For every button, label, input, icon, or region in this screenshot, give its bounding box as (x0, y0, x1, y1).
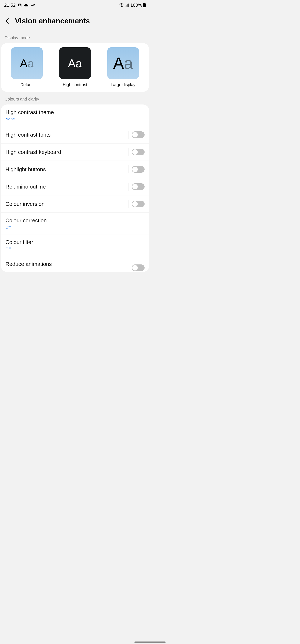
row-highlight-buttons[interactable]: Highlight buttons (1, 161, 149, 178)
row-title: High contrast keyboard (5, 149, 61, 155)
toggle-high-contrast-keyboard[interactable] (132, 149, 145, 155)
section-header-colours: Colours and clarity (0, 92, 150, 104)
status-left: 21:52 (4, 2, 35, 8)
back-button[interactable] (4, 18, 10, 24)
chevron-left-icon (5, 18, 9, 24)
svg-point-1 (19, 4, 19, 5)
mode-tile-large: Aa (107, 47, 139, 79)
wifi-icon (119, 3, 124, 7)
toggle-relumino-outline[interactable] (132, 183, 145, 190)
row-subtitle: Off (5, 225, 47, 230)
row-title: Highlight buttons (5, 166, 46, 173)
display-mode-options: Aa Default Aa High contrast Aa Large dis… (1, 43, 149, 92)
signal-icon (125, 3, 129, 7)
page-title: Vision enhancements (15, 17, 90, 25)
row-title: Colour inversion (5, 201, 44, 207)
mode-tile-high-contrast: Aa (59, 47, 91, 79)
row-high-contrast-keyboard[interactable]: High contrast keyboard (1, 144, 149, 161)
trend-icon (31, 3, 35, 7)
row-subtitle: Off (5, 247, 33, 251)
row-title: High contrast theme (5, 109, 54, 116)
battery-text: 100% (130, 2, 142, 8)
svg-rect-8 (143, 3, 146, 7)
mode-label: Default (20, 82, 33, 87)
toggle-highlight-buttons[interactable] (132, 166, 145, 173)
row-high-contrast-fonts[interactable]: High contrast fonts (1, 126, 149, 144)
mode-high-contrast[interactable]: Aa High contrast (59, 47, 91, 87)
svg-rect-5 (127, 4, 127, 7)
row-title: Relumino outline (5, 184, 46, 190)
svg-rect-4 (126, 5, 126, 7)
row-title: Reduce animations (5, 261, 52, 267)
gallery-icon (18, 3, 22, 7)
mode-tile-default: Aa (11, 47, 43, 79)
row-colour-correction[interactable]: Colour correction Off (1, 213, 149, 234)
row-subtitle: None (5, 117, 54, 122)
row-colour-inversion[interactable]: Colour inversion (1, 196, 149, 213)
page-header: Vision enhancements (0, 10, 150, 33)
toggle-reduce-animations[interactable] (132, 264, 145, 271)
mode-default[interactable]: Aa Default (11, 47, 43, 87)
toggle-high-contrast-fonts[interactable] (132, 132, 145, 138)
svg-rect-3 (125, 6, 125, 7)
battery-icon (143, 3, 146, 8)
status-bar: 21:52 100% (0, 0, 150, 10)
colours-card: High contrast theme None High contrast f… (1, 104, 149, 272)
row-colour-filter[interactable]: Colour filter Off (1, 234, 149, 256)
row-relumino-outline[interactable]: Relumino outline (1, 178, 149, 196)
status-time: 21:52 (4, 2, 16, 8)
mode-large-display[interactable]: Aa Large display (107, 47, 139, 87)
row-title: High contrast fonts (5, 132, 51, 138)
display-mode-card: Aa Default Aa High contrast Aa Large dis… (1, 43, 149, 92)
status-right: 100% (119, 2, 146, 8)
row-title: Colour correction (5, 217, 47, 224)
row-reduce-animations[interactable]: Reduce animations (1, 256, 149, 272)
mode-label: High contrast (63, 82, 87, 87)
svg-point-2 (121, 6, 122, 7)
section-header-display-mode: Display mode (0, 33, 150, 43)
row-title: Colour filter (5, 239, 33, 246)
cloud-icon (24, 3, 28, 7)
toggle-colour-inversion[interactable] (132, 200, 145, 207)
svg-rect-6 (128, 4, 129, 7)
row-high-contrast-theme[interactable]: High contrast theme None (1, 104, 149, 126)
mode-label: Large display (111, 82, 135, 87)
